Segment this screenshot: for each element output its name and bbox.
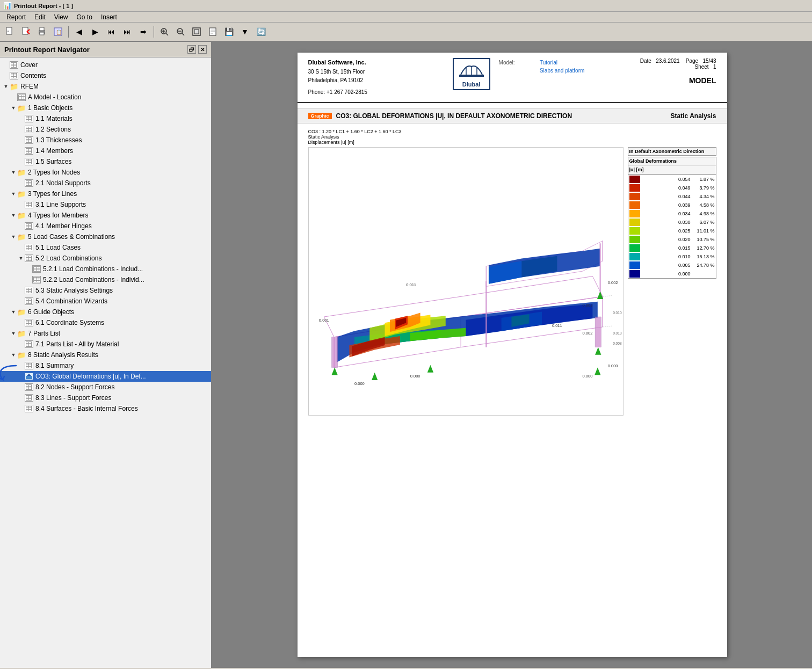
legend-pct-9: 15.13 % — [691, 254, 715, 259]
tree-label-4-1: 4.1 Member Hinges — [35, 222, 92, 230]
menu-bar: Report Edit View Go to Insert — [0, 12, 812, 23]
toggle-g6[interactable]: ▼ — [10, 308, 17, 316]
tree-item-1-3[interactable]: 1.3 Thicknesses — [0, 135, 211, 146]
toggle-g2[interactable]: ▼ — [10, 169, 17, 176]
dropdown-button[interactable]: ▼ — [237, 25, 252, 39]
tree-item-g8[interactable]: ▼ 📁 8 Static Analysis Results — [0, 350, 211, 360]
print-button[interactable] — [34, 25, 49, 39]
tree-item-8-2[interactable]: 8.2 Nodes - Support Forces — [0, 382, 211, 392]
export2-button[interactable]: 💾 — [221, 25, 236, 39]
tree-label-g4: 4 Types for Members — [28, 212, 89, 219]
tree-item-amodel[interactable]: A Model - Location — [0, 92, 211, 103]
tree-item-g2[interactable]: ▼ 📁 2 Types for Nodes — [0, 167, 211, 178]
close-red-button[interactable] — [18, 25, 33, 39]
tree-item-5-4[interactable]: 5.4 Combination Wizards — [0, 296, 211, 307]
doc-icon — [25, 147, 33, 155]
tree-item-g7[interactable]: ▼ 📁 7 Parts List — [0, 328, 211, 339]
tree-item-5-2[interactable]: ▼ 5.2 Load Combinations — [0, 253, 211, 264]
legend-val-11: 0.000 — [642, 271, 691, 277]
tree-item-1-2[interactable]: 1.2 Sections — [0, 124, 211, 135]
menu-edit[interactable]: Edit — [30, 12, 50, 22]
zoom-in-button[interactable] — [157, 25, 172, 39]
chart-type: Static Analysis — [671, 112, 716, 120]
svg-line-15 — [182, 33, 184, 35]
chart-wrapper: CO3 : 1.20 * LC1 + 1.60 * LC2 + 1.60 * L… — [308, 129, 716, 416]
toggle-g7[interactable]: ▼ — [10, 330, 17, 337]
tree-label-g2: 2 Types for Nodes — [28, 169, 80, 176]
tree-item-g4[interactable]: ▼ 📁 4 Types for Members — [0, 210, 211, 221]
zoom-out-button[interactable] — [173, 25, 188, 39]
nav-tree[interactable]: Cover Contents ▼ 📁 RFEM A Model - Locati… — [0, 57, 211, 668]
tree-item-1-4[interactable]: 1.4 Members — [0, 146, 211, 156]
refresh-button[interactable]: 🔄 — [253, 25, 269, 39]
legend-pct-8: 12.70 % — [691, 245, 715, 251]
folder-icon-g8: 📁 — [17, 351, 26, 359]
tree-item-1-1[interactable]: 1.1 Materials — [0, 113, 211, 124]
legend-pct-0: 1.87 % — [691, 177, 715, 182]
last-button[interactable]: ⏭ — [120, 25, 135, 39]
toggle-g1[interactable]: ▼ — [10, 104, 17, 112]
menu-goto[interactable]: Go to — [73, 12, 97, 22]
toggle-rfem[interactable]: ▼ — [2, 83, 10, 90]
new-button[interactable]: ≡ — [2, 25, 17, 39]
menu-insert[interactable]: Insert — [97, 12, 121, 22]
close-nav-button[interactable]: ✕ — [198, 45, 207, 54]
first-button[interactable]: ⏮ — [104, 25, 119, 39]
toolbar-sep-1 — [68, 26, 69, 38]
tree-label-8-3: 8.3 Lines - Support Forces — [35, 394, 111, 402]
tree-item-7-1[interactable]: 7.1 Parts List - All by Material — [0, 339, 211, 350]
tree-item-cover[interactable]: Cover — [0, 60, 211, 70]
folder-icon-g6: 📁 — [17, 308, 26, 316]
svg-text:0.013: 0.013 — [613, 331, 622, 335]
toggle-g5[interactable]: ▼ — [10, 233, 17, 241]
toggle-g8[interactable]: ▼ — [10, 351, 17, 359]
menu-report[interactable]: Report — [2, 12, 30, 22]
page-view-button[interactable] — [205, 25, 220, 39]
tree-item-2-1[interactable]: 2.1 Nodal Supports — [0, 178, 211, 188]
legend-color-10 — [629, 261, 640, 269]
tree-item-g6[interactable]: ▼ 📁 6 Guide Objects — [0, 307, 211, 317]
tree-item-3-1[interactable]: 3.1 Line Supports — [0, 199, 211, 210]
tree-item-1-5[interactable]: 1.5 Surfaces — [0, 156, 211, 167]
content-area[interactable]: Dlubal Software, Inc. 30 S 15th St, 15th… — [212, 42, 812, 668]
toggle-5-2[interactable]: ▼ — [17, 254, 25, 262]
tree-item-5-3[interactable]: 5.3 Static Analysis Settings — [0, 285, 211, 296]
tree-label-1-3: 1.3 Thicknesses — [35, 136, 82, 144]
tree-item-4-1[interactable]: 4.1 Member Hinges — [0, 221, 211, 231]
restore-button[interactable]: 🗗 — [187, 45, 196, 54]
tree-item-5-2-1[interactable]: 5.2.1 Load Combinations - Includ... — [0, 264, 211, 274]
tree-item-8-3[interactable]: 8.3 Lines - Support Forces — [0, 392, 211, 403]
chart-container: CO3 : 1.20 * LC1 + 1.60 * LC2 + 1.60 * L… — [298, 123, 727, 421]
next-button[interactable]: ▶ — [88, 25, 103, 39]
toggle-g4[interactable]: ▼ — [10, 212, 17, 219]
company-address1: 30 S 15th St, 15th Floor — [308, 68, 447, 76]
doc-icon — [25, 394, 33, 402]
tree-item-8-4[interactable]: 8.4 Surfaces - Basic Internal Forces — [0, 403, 211, 414]
toggle-g3[interactable]: ▼ — [10, 190, 17, 198]
legend-val-5: 0.030 — [642, 220, 691, 225]
prev-button[interactable]: ◀ — [71, 25, 86, 39]
tree-item-co3[interactable]: CO3: Global Deformations |u|, In Def... — [0, 371, 211, 382]
tree-item-g3[interactable]: ▼ 📁 3 Types for Lines — [0, 188, 211, 199]
legend-color-1 — [629, 184, 640, 192]
tree-label-5-2-1: 5.2.1 Load Combinations - Includ... — [43, 265, 143, 273]
date-value: 23.6.2021 — [656, 58, 680, 64]
tree-label-2-1: 2.1 Nodal Supports — [35, 179, 91, 187]
menu-view[interactable]: View — [50, 12, 73, 22]
tree-item-8-1[interactable]: 8.1 Summary — [0, 360, 211, 371]
tree-item-g1[interactable]: ▼ 📁 1 Basic Objects — [0, 103, 211, 113]
tree-item-5-1[interactable]: 5.1 Load Cases — [0, 242, 211, 253]
goto-button[interactable]: ➡ — [136, 25, 151, 39]
chart-info: CO3 : 1.20 * LC1 + 1.60 * LC2 + 1.60 * L… — [308, 129, 402, 145]
legend-row-5: 0.030 6.07 % — [628, 218, 716, 227]
deformation-viz: 0.011 0.001 0.003 0.011 0.002 0.002 0.00… — [308, 147, 624, 416]
legend-color-2 — [629, 193, 640, 200]
tree-item-contents[interactable]: Contents — [0, 70, 211, 81]
export-button[interactable]: 📋 — [50, 25, 66, 39]
tree-label-1-5: 1.5 Surfaces — [35, 158, 71, 165]
tree-item-5-2-2[interactable]: 5.2.2 Load Combinations - Individ... — [0, 274, 211, 285]
tree-item-g5[interactable]: ▼ 📁 5 Load Cases & Combinations — [0, 231, 211, 242]
tree-item-rfem[interactable]: ▼ 📁 RFEM — [0, 81, 211, 92]
fit-button[interactable] — [189, 25, 204, 39]
tree-item-6-1[interactable]: 6.1 Coordinate Systems — [0, 317, 211, 328]
